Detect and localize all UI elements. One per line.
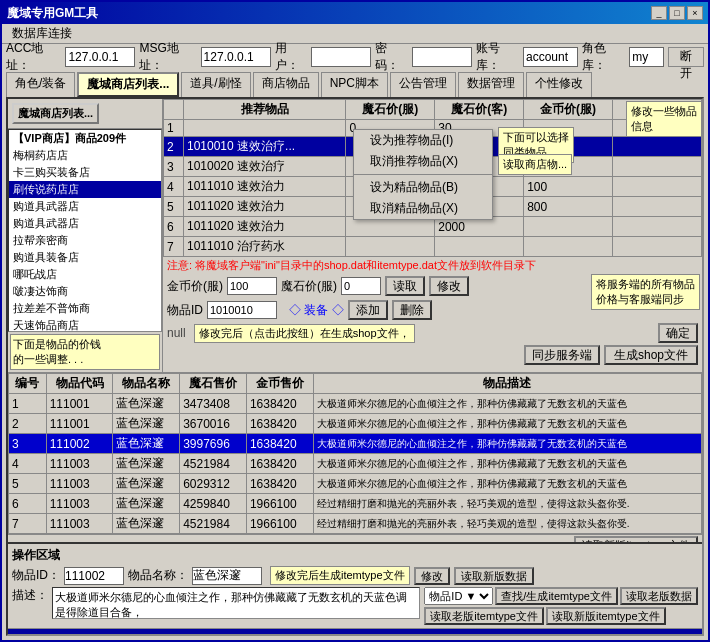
list-item[interactable]: 购道具武器店 — [9, 215, 161, 232]
form-section: 金币价(服) 魔石价(服) 读取 修改 将服务端的所有物品价格与客服端同步 — [163, 274, 702, 298]
tab-shop-list[interactable]: 魔城商店列表... — [77, 72, 179, 97]
item-id-op-input[interactable] — [64, 567, 124, 585]
confirm-button[interactable]: 确定 — [658, 323, 698, 343]
read-button[interactable]: 读取 — [385, 276, 425, 296]
generate-shop-button[interactable]: 生成shop文件 — [604, 345, 698, 365]
list-item[interactable]: 购道具武器店 — [9, 198, 161, 215]
disconnect-button[interactable]: 断开 — [668, 47, 704, 67]
tab-npc[interactable]: NPC脚本 — [321, 72, 388, 97]
list-item[interactable]: 刷传说药店店 — [9, 181, 161, 198]
list-item[interactable]: 啵凄达饰商 — [9, 283, 161, 300]
shop-list-button[interactable]: 魔城商店列表... — [12, 103, 99, 124]
table-row[interactable]: 7 111003 蓝色深邃 4521984 1966100 经过精细打磨和抛光的… — [9, 514, 702, 534]
item-name-op-input[interactable] — [192, 567, 262, 585]
context-menu-item-1[interactable]: 设为推荐物品(I) — [354, 130, 492, 151]
gold-price-label: 金币价(服) — [167, 278, 223, 295]
op-modify-button[interactable]: 修改 — [414, 567, 450, 585]
msg-label: MSG地址： — [139, 40, 196, 74]
acc-input[interactable] — [65, 47, 135, 67]
equip-label: ◇ 装备 ◇ — [289, 302, 344, 319]
warning-area: 注意: 将魔域客户端"ini"目录中的shop.dat和itemtype.dat… — [163, 257, 702, 274]
read-old-data-button[interactable]: 读取老版数据 — [620, 587, 698, 605]
list-item[interactable]: 天速饰品商店 — [9, 317, 161, 332]
find-generate-button[interactable]: 查找/生成itemtype文件 — [495, 587, 618, 605]
table-row[interactable]: 7 1011010 治疗药水 — [164, 237, 702, 257]
null-row: null 修改完后（点击此按纽）在生成shop文件， 确定 — [163, 322, 702, 344]
left-annotation: 下面是物品的价钱的一些调整. . . — [10, 334, 160, 370]
shop-list[interactable]: 【VIP商店】商品209件 梅桐药店店 卡三购买装备店 刷传说药店店 购道具武器… — [8, 129, 162, 332]
read-old-itemtype-button[interactable]: 读取老版itemtype文件 — [424, 607, 544, 625]
pwd-input[interactable] — [412, 47, 472, 67]
item-name-op-label: 物品名称： — [128, 567, 188, 584]
list-item[interactable]: 哪吒战店 — [9, 266, 161, 283]
tab-personal[interactable]: 个性修改 — [526, 72, 592, 97]
user-label: 用户： — [275, 40, 308, 74]
desc-label: 描述： — [12, 587, 48, 604]
main-content: 魔城商店列表... 【VIP商店】商品209件 梅桐药店店 卡三购买装备店 刷传… — [6, 97, 704, 636]
add-button[interactable]: 添加 — [348, 300, 388, 320]
read-new-itemtype2-button[interactable]: 读取新版itemtype文件 — [546, 607, 666, 625]
col-magic-c: 魔石价(客) — [435, 100, 524, 120]
db-label: 账号库： — [476, 40, 519, 74]
col-code-h: 物品代码 — [46, 374, 113, 394]
tab-items[interactable]: 道具/刷怪 — [181, 72, 250, 97]
list-item[interactable]: 梅桐药店店 — [9, 147, 161, 164]
operation-label: 操作区域 — [12, 547, 698, 564]
acc-label: ACC地址： — [6, 40, 61, 74]
desc-text: 大极道师米尔德尼的心血倾注之作，那种仿佛藏藏了无数玄机的天蓝色调是得除道目合备， — [52, 587, 420, 619]
table-row[interactable]: 2 111001 蓝色深邃 3670016 1638420 大极道师米尔德尼的心… — [9, 414, 702, 434]
tab-shop-items[interactable]: 商店物品 — [253, 72, 319, 97]
context-menu-item-2[interactable]: 取消推荐物品(X) — [354, 151, 492, 172]
list-item[interactable]: 卡三购买装备店 — [9, 164, 161, 181]
col-magic-s: 魔石价(服) — [346, 100, 435, 120]
tab-announcement[interactable]: 公告管理 — [390, 72, 456, 97]
col-name-h: 物品名称 — [113, 374, 180, 394]
context-menu-separator — [354, 174, 492, 175]
list-item[interactable]: 购道具装备店 — [9, 249, 161, 266]
item-id-label: 物品ID — [167, 302, 203, 319]
main-window: 魔域专用GM工具 _ □ × 数据库连接 ACC地址： MSG地址： 用户： 密… — [0, 0, 710, 642]
op-btn-row-2: 读取老版itemtype文件 读取新版itemtype文件 — [424, 607, 698, 625]
item-id-select[interactable]: 物品ID ▼ — [424, 587, 493, 605]
close-button[interactable]: × — [687, 6, 703, 20]
minimize-button[interactable]: _ — [651, 6, 667, 20]
user-input[interactable] — [311, 47, 371, 67]
right-panel: 推荐物品 魔石价(服) 魔石价(客) 金币价(服) 金币价(客) 1 — [163, 99, 702, 372]
table-row[interactable]: 4 111003 蓝色深邃 4521984 1638420 大极道师米尔德尼的心… — [9, 454, 702, 474]
magic-price-label: 魔石价(服) — [281, 278, 337, 295]
context-menu-item-4[interactable]: 取消精品物品(X) — [354, 198, 492, 219]
annotation-modify-items: 修改一些物品信息 — [626, 101, 702, 137]
role-input[interactable] — [629, 47, 664, 67]
maximize-button[interactable]: □ — [669, 6, 685, 20]
col-gold-s: 金币价(服) — [524, 100, 613, 120]
list-item[interactable]: 拉差差不普饰商 — [9, 300, 161, 317]
read-new-data-button[interactable]: 读取新版数据 — [454, 567, 534, 585]
msg-input[interactable] — [201, 47, 271, 67]
sync-button[interactable]: 同步服务端 — [524, 345, 600, 365]
col-magic-h: 魔石售价 — [180, 374, 247, 394]
list-item[interactable]: 【VIP商店】商品209件 — [9, 130, 161, 147]
context-menu-item-3[interactable]: 设为精品物品(B) — [354, 177, 492, 198]
table-row[interactable]: 5 111003 蓝色深邃 6029312 1638420 大极道师米尔德尼的心… — [9, 474, 702, 494]
table-row[interactable]: 3 111002 蓝色深邃 3997696 1638420 大极道师米尔德尼的心… — [9, 434, 702, 454]
gold-price-input[interactable] — [227, 277, 277, 295]
warning-text: 注意: 将魔域客户端"ini"目录中的shop.dat和itemtype.dat… — [167, 259, 536, 271]
annotation-read-shop: 读取商店物... — [498, 154, 572, 175]
col-gold-h: 金币售价 — [246, 374, 313, 394]
tab-data[interactable]: 数据管理 — [458, 72, 524, 97]
modify-button[interactable]: 修改 — [429, 276, 469, 296]
table-row[interactable]: 1 111001 蓝色深邃 3473408 1638420 大极道师米尔德尼的心… — [9, 394, 702, 414]
list-item[interactable]: 拉帮亲密商 — [9, 232, 161, 249]
shop-list-panel: 魔城商店列表... 【VIP商店】商品209件 梅桐药店店 卡三购买装备店 刷传… — [8, 99, 163, 372]
items-table-area: 编号 物品代码 物品名称 魔石售价 金币售价 物品描述 1 111001 蓝色深… — [8, 372, 702, 542]
col-item: 推荐物品 — [184, 100, 346, 120]
table-row[interactable]: 6 111003 蓝色深邃 4259840 1966100 经过精细打磨和抛光的… — [9, 494, 702, 514]
context-menu: 设为推荐物品(I) 取消推荐物品(X) 设为精品物品(B) 取消精品物品(X) — [353, 129, 493, 220]
pwd-label: 密码： — [375, 40, 408, 74]
magic-price-input[interactable] — [341, 277, 381, 295]
delete-button[interactable]: 删除 — [392, 300, 432, 320]
db-input[interactable] — [523, 47, 578, 67]
title-buttons: _ □ × — [651, 6, 703, 20]
item-id-input[interactable] — [207, 301, 277, 319]
tab-character[interactable]: 角色/装备 — [6, 72, 75, 97]
